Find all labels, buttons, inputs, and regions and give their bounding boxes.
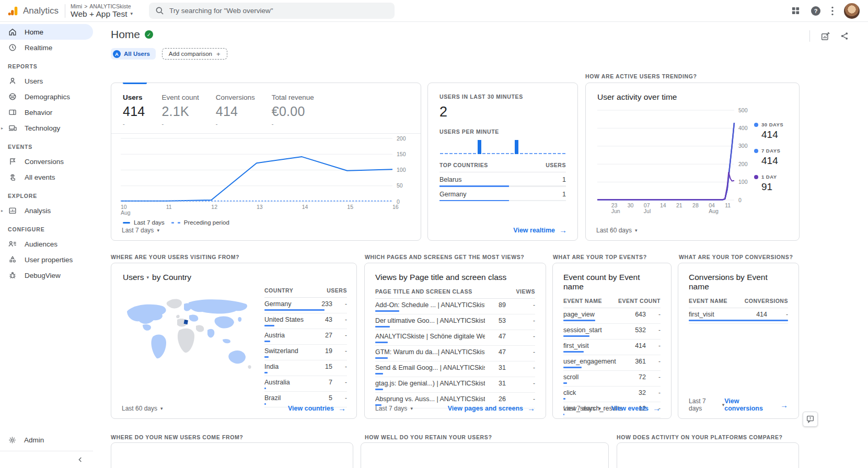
topbar-actions: ? [791,3,868,19]
date-range-selector[interactable]: Last 7 days ▾ [122,227,159,234]
arrow-right-icon: → [559,226,567,234]
users-trend-chart: 20015010050010Aug111213141516 [121,136,410,218]
sidebar-item-analysis[interactable]: ▸ Analysis [0,203,93,218]
sidebar-item-user-properties[interactable]: User properties [0,252,93,267]
svg-text:0: 0 [738,197,742,203]
views-by-page-card: Views by Page title and screen class PAG… [364,263,546,419]
value-bar [563,382,567,384]
svg-text:13: 13 [257,204,263,210]
sidebar-item-technology[interactable]: ▸ Technology [0,120,93,136]
view-events-link[interactable]: View events→ [611,404,661,412]
sidebar-item-home[interactable]: Home [0,24,93,40]
date-range-selector[interactable]: Last 7 days▾ [563,405,601,412]
value-bar [375,326,390,327]
svg-text:200: 200 [397,136,406,142]
sidebar-item-all-events[interactable]: All events [0,169,93,185]
minute-zero-dash [552,153,557,155]
date-range-selector[interactable]: Last 60 days▾ [122,405,163,412]
metric-tab-total-revenue[interactable]: Total revenue €0.00 - [272,93,314,127]
search-bar[interactable] [149,3,395,19]
metric-tab-users[interactable]: Users 414 - [123,93,145,127]
value-bar [264,341,270,342]
view-conversions-link[interactable]: View conversions→ [724,397,788,412]
minute-zero-dash [510,153,515,155]
table-row: click32- [563,387,661,402]
solid-line-legend-icon [123,222,130,224]
analytics-logo[interactable]: Analytics [0,5,64,17]
search-input[interactable] [169,7,388,15]
more-vert-icon[interactable] [831,6,834,16]
nav-section-events: EVENTS [0,136,93,154]
sidebar-item-realtime[interactable]: Realtime [0,40,93,55]
view-countries-link[interactable]: View countries→ [288,404,346,412]
feedback-button[interactable] [803,412,818,427]
table-row: Australia7- [264,376,347,392]
view-pages-link[interactable]: View pages and screens→ [448,404,535,412]
minute-zero-dash [449,153,454,155]
question-new-users: WHERE DO YOUR NEW USERS COME FROM? [111,434,243,440]
nav-section-explore: EXPLORE [0,185,93,203]
sidebar-item-users[interactable]: Users [0,73,93,89]
metric-tab-event-count[interactable]: Event count 2.1K - [161,93,199,127]
expand-arrow-icon: ▸ [1,208,3,213]
apps-grid-icon[interactable] [791,6,800,15]
sidebar-item-debugview[interactable]: DebugView [0,267,93,283]
svg-text:500: 500 [738,107,748,113]
sidebar-item-audiences[interactable]: Audiences [0,236,93,252]
sidebar-item-admin[interactable]: Admin [0,432,93,448]
audiences-icon [8,239,17,249]
add-comparison-chip[interactable]: Add comparison + [162,48,227,60]
svg-text:100: 100 [397,167,406,173]
value-bar [439,200,509,202]
user-avatar[interactable] [844,3,860,19]
svg-text:200: 200 [738,161,748,167]
property-selector[interactable]: Mimi > ANALYTICSkiste Web + App Test ▾ [71,3,133,19]
date-range-selector[interactable]: Last 60 days ▾ [596,227,638,234]
chart-legend: Last 7 days Preceding period [123,219,421,226]
table-row: Germany233- [264,298,347,313]
legend-item-30-days: 30 DAYS 414 [754,122,783,141]
chevron-left-icon [76,455,85,464]
collapse-nav-button[interactable] [0,451,93,468]
legend-dot-icon [754,175,758,179]
minute-zero-dash [444,153,449,155]
legend-dot-icon [754,123,758,127]
metric-selector[interactable]: Users ▾ [123,273,149,282]
customize-report-icon[interactable] [820,31,830,41]
help-icon[interactable]: ? [811,6,821,16]
svg-text:04Aug: 04Aug [709,202,719,214]
chevron-down-icon: ▾ [146,275,149,280]
question-pages: WHICH PAGES AND SCREENS GET THE MOST VIE… [365,254,524,260]
table-row: Switzerland19- [264,345,347,360]
expand-arrow-icon: ▸ [1,126,3,131]
svg-text:12: 12 [211,204,217,210]
minute-zero-dash [487,153,491,155]
minute-zero-dash [439,153,444,155]
overview-metrics-card: Users 414 - Event count 2.1K - Conversio… [111,83,421,241]
users-by-country-card: Users ▾ by Country [111,263,357,419]
metric-tab-conversions[interactable]: Conversions 414 - [216,93,255,127]
svg-text:15: 15 [347,204,353,210]
share-icon[interactable] [840,31,849,41]
card-title: Views by Page title and screen class [375,273,535,282]
table-row: Belarus 1 [439,172,566,187]
value-bar [563,414,564,415]
svg-text:11: 11 [725,202,731,208]
question-platforms: HOW DOES ACTIVITY ON YOUR PLATFORMS COMP… [617,434,783,440]
svg-text:?: ? [814,8,818,14]
dotted-line-legend-icon [171,222,174,224]
date-range-selector[interactable]: Last 7 days▾ [375,405,413,412]
value-bar [375,310,399,312]
table-row: first_visit414- [563,340,661,355]
event-count-card: Event count by Event name EVENT NAMEEVEN… [552,263,672,419]
minute-zero-dash [482,153,487,155]
date-range-selector[interactable]: Last 7 days▾ [689,397,724,412]
table-row: ANALYTICSkiste | Schöne digitale Welt.47… [375,330,535,346]
value-bar [375,357,388,359]
view-realtime-link[interactable]: View realtime → [513,226,567,234]
all-users-chip[interactable]: A All Users [111,48,156,60]
sidebar-item-conversions[interactable]: Conversions [0,154,93,169]
sidebar-item-demographics[interactable]: Demographics [0,89,93,104]
conversions-card: Conversions by Event name EVENT NAMECONV… [678,263,799,419]
sidebar-item-behavior[interactable]: Behavior [0,104,93,120]
